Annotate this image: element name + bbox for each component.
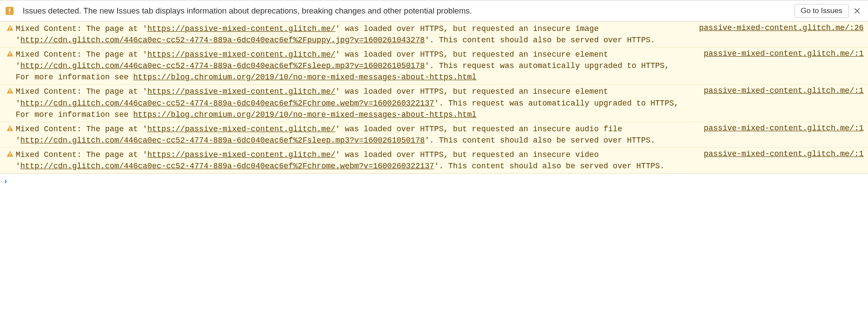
issues-detected-bar: Issues detected. The new Issues tab disp… bbox=[0, 0, 868, 22]
message-text: Mixed Content: The page at 'https://pass… bbox=[16, 123, 686, 146]
message-text: Mixed Content: The page at 'https://pass… bbox=[16, 23, 682, 46]
url-link[interactable]: http://cdn.glitch.com/446ca0ec-cc52-4774… bbox=[20, 99, 434, 108]
url-link[interactable]: http://cdn.glitch.com/446ca0ec-cc52-4774… bbox=[20, 61, 425, 70]
source-link[interactable]: passive-mixed-content.glitch.me/:1 bbox=[691, 123, 864, 133]
source-link[interactable]: passive-mixed-content.glitch.me/:26 bbox=[686, 23, 864, 32]
url-link[interactable]: https://blog.chromium.org/2019/10/no-mor… bbox=[133, 110, 477, 119]
url-link[interactable]: https://passive-mixed-content.glitch.me/ bbox=[147, 24, 335, 33]
url-link[interactable]: https://passive-mixed-content.glitch.me/ bbox=[147, 87, 335, 96]
message-body: Mixed Content: The page at 'https://pass… bbox=[16, 49, 691, 83]
console-warning-row: Mixed Content: The page at 'https://pass… bbox=[0, 148, 868, 174]
warning-icon bbox=[4, 149, 16, 157]
message-body: Mixed Content: The page at 'https://pass… bbox=[16, 23, 686, 46]
message-body: Mixed Content: The page at 'https://pass… bbox=[16, 149, 691, 172]
message-body: Mixed Content: The page at 'https://pass… bbox=[16, 86, 691, 120]
message-body: Mixed Content: The page at 'https://pass… bbox=[16, 123, 691, 146]
svg-rect-3 bbox=[10, 27, 10, 29]
svg-rect-12 bbox=[10, 155, 10, 156]
console-prompt[interactable]: › bbox=[0, 174, 868, 188]
message-text: Mixed Content: The page at 'https://pass… bbox=[16, 86, 686, 120]
message-text: Mixed Content: The page at 'https://pass… bbox=[16, 49, 686, 83]
svg-rect-10 bbox=[10, 129, 10, 130]
svg-rect-2 bbox=[9, 13, 10, 14]
svg-rect-11 bbox=[10, 153, 10, 155]
url-link[interactable]: https://passive-mixed-content.glitch.me/ bbox=[147, 150, 335, 159]
warning-icon bbox=[4, 86, 16, 94]
prompt-caret-icon: › bbox=[4, 177, 7, 185]
svg-rect-4 bbox=[10, 29, 10, 30]
message-text: Mixed Content: The page at 'https://pass… bbox=[16, 149, 686, 172]
url-link[interactable]: https://passive-mixed-content.glitch.me/ bbox=[147, 125, 335, 133]
url-link[interactable]: http://cdn.glitch.com/446ca0ec-cc52-4774… bbox=[20, 36, 425, 44]
warning-icon bbox=[4, 23, 16, 31]
source-link[interactable]: passive-mixed-content.glitch.me/:1 bbox=[691, 49, 864, 58]
url-link[interactable]: http://cdn.glitch.com/446ca0ec-cc52-4774… bbox=[20, 136, 425, 145]
close-icon[interactable] bbox=[852, 6, 862, 16]
svg-rect-5 bbox=[10, 52, 10, 54]
warning-icon bbox=[4, 49, 16, 57]
svg-rect-6 bbox=[10, 55, 10, 56]
url-link[interactable]: http://cdn.glitch.com/446ca0ec-cc52-4774… bbox=[20, 162, 434, 170]
console-warning-row: Mixed Content: The page at 'https://pass… bbox=[0, 85, 868, 122]
console-warning-row: Mixed Content: The page at 'https://pass… bbox=[0, 22, 868, 48]
console-message-list: Mixed Content: The page at 'https://pass… bbox=[0, 22, 868, 174]
svg-rect-8 bbox=[10, 92, 10, 93]
url-link[interactable]: https://passive-mixed-content.glitch.me/ bbox=[147, 50, 335, 59]
warning-icon bbox=[4, 123, 16, 132]
console-warning-row: Mixed Content: The page at 'https://pass… bbox=[0, 122, 868, 148]
svg-rect-9 bbox=[10, 127, 10, 129]
source-link[interactable]: passive-mixed-content.glitch.me/:1 bbox=[691, 86, 864, 95]
source-link[interactable]: passive-mixed-content.glitch.me/:1 bbox=[691, 149, 864, 158]
svg-rect-7 bbox=[10, 89, 10, 92]
console-panel: Issues detected. The new Issues tab disp… bbox=[0, 0, 868, 188]
svg-rect-1 bbox=[9, 8, 10, 12]
issues-icon bbox=[4, 6, 15, 16]
issues-text: Issues detected. The new Issues tab disp… bbox=[23, 6, 794, 16]
url-link[interactable]: https://blog.chromium.org/2019/10/no-mor… bbox=[133, 73, 477, 82]
go-to-issues-button[interactable]: Go to Issues bbox=[794, 4, 849, 18]
console-warning-row: Mixed Content: The page at 'https://pass… bbox=[0, 48, 868, 85]
